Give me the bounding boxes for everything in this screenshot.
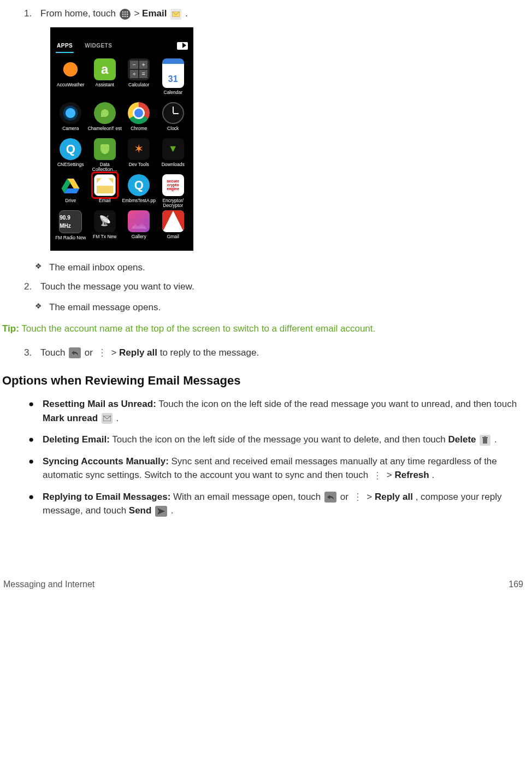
app-email-highlighted: Email <box>88 174 122 209</box>
app-clock: Clock <box>156 102 191 137</box>
opt3-heading: Syncing Accounts Manually: <box>43 456 169 466</box>
opt4-replyall: Reply all <box>375 492 413 502</box>
svg-point-8 <box>126 15 128 17</box>
bullet: ● <box>28 454 43 482</box>
bullet: ● <box>28 490 43 518</box>
tip-line: Tip: Touch the account name at the top o… <box>2 322 527 336</box>
phone-app-grid: AccuWeather aAssistant −+÷=Calculator 31… <box>50 55 193 247</box>
step-3-number: 3. <box>24 346 40 360</box>
result-2-text: The email message opens. <box>49 300 527 315</box>
diamond-bullet: ❖ <box>35 300 49 315</box>
result-1: ❖ The email inbox opens. <box>35 261 527 275</box>
app-fmradio: 90.9 MHzFM Radio New <box>54 210 88 246</box>
step-3-gt: > <box>111 347 119 358</box>
step-1-number: 1. <box>24 7 40 21</box>
overflow-menu-icon <box>372 470 383 481</box>
footer-page: 169 <box>509 578 523 591</box>
option-unread: ● Resetting Mail as Unread: Touch the ic… <box>28 397 527 425</box>
send-icon <box>155 506 167 517</box>
app-chameleontest: ChameleonT est <box>88 102 122 137</box>
phone-tabs: APPS WIDGETS <box>50 37 193 55</box>
mark-unread-icon <box>102 413 113 424</box>
email-icon <box>170 9 181 20</box>
svg-point-6 <box>122 15 123 17</box>
svg-point-2 <box>126 11 128 13</box>
phone-screenshot: APPS WIDGETS AccuWeather aAssistant −+÷=… <box>50 27 193 251</box>
opt2-period: . <box>494 434 497 445</box>
app-calendar: 31Calendar <box>156 58 191 101</box>
page-footer: Messaging and Internet 169 <box>2 578 527 591</box>
play-store-icon <box>177 42 188 50</box>
section-heading: Options when Reviewing Email Messages <box>2 371 527 389</box>
svg-rect-14 <box>102 352 103 353</box>
app-accuweather: AccuWeather <box>54 58 88 101</box>
opt1-heading: Resetting Mail as Unread: <box>43 399 156 409</box>
phone-status-bar <box>50 27 193 37</box>
svg-rect-17 <box>483 438 487 444</box>
svg-point-7 <box>124 15 126 17</box>
opt1-period: . <box>116 413 119 423</box>
app-calculator: −+÷=Calculator <box>122 58 156 101</box>
app-chrome: Chrome <box>122 102 156 137</box>
step-3: 3. Touch or > Reply all to reply to the … <box>24 346 527 360</box>
opt3-period: . <box>431 470 434 480</box>
step-3-body: Touch or > Reply all to reply to the mes… <box>40 346 527 360</box>
svg-point-3 <box>122 13 123 15</box>
opt2-del: Delete <box>448 434 476 445</box>
step-1-gt: > <box>134 8 142 19</box>
opt4-heading: Replying to Email Messages: <box>43 492 170 502</box>
app-datacollection: Data Collection… <box>88 138 122 173</box>
delete-icon <box>480 435 490 446</box>
diamond-bullet: ❖ <box>35 261 49 275</box>
svg-rect-21 <box>377 475 378 476</box>
opt3-gt: > <box>387 470 395 480</box>
step-3-t2: to reply to the message. <box>160 347 259 358</box>
svg-rect-15 <box>102 356 103 357</box>
app-devtools: Dev Tools <box>122 138 156 173</box>
apps-icon <box>120 9 131 20</box>
svg-rect-25 <box>357 500 358 501</box>
step-1-body: From home, touch > Email . <box>40 7 527 21</box>
app-downloads: Downloads <box>156 138 191 173</box>
svg-rect-13 <box>102 349 103 350</box>
step-2-number: 2. <box>24 280 40 294</box>
reply-icon <box>69 347 81 358</box>
step-1-text: From home, touch <box>40 8 119 19</box>
step-3-replyall: Reply all <box>119 347 157 358</box>
svg-rect-22 <box>377 478 378 480</box>
opt2-heading: Deleting Email: <box>43 434 110 445</box>
svg-rect-19 <box>484 436 486 437</box>
step-3-t1: Touch <box>40 347 68 358</box>
opt4-or: or <box>340 492 351 502</box>
app-encryptor: secure crypto engineEncryptor/ Decryptor <box>156 174 191 209</box>
app-cnesettings: QCNESettings <box>54 138 88 173</box>
step-2-text: Touch the message you want to view. <box>40 280 527 294</box>
opt2-t1: Touch the icon on the left side of the m… <box>112 434 448 445</box>
option-reply: ● Replying to Email Messages: With an em… <box>28 490 527 518</box>
step-1-period: . <box>185 8 188 19</box>
tip-label: Tip: <box>2 323 19 334</box>
step-3-or: or <box>85 347 96 358</box>
svg-rect-24 <box>357 497 358 498</box>
bullet: ● <box>28 433 43 447</box>
svg-point-4 <box>124 13 126 15</box>
opt4-send: Send <box>129 505 152 516</box>
step-1-email: Email <box>142 8 167 19</box>
app-camera: Camera <box>54 102 88 137</box>
svg-rect-18 <box>482 437 488 438</box>
option-sync: ● Syncing Accounts Manually: Sync sent a… <box>28 454 527 482</box>
tip-text: Touch the account name at the top of the… <box>21 323 375 334</box>
app-embmstestapp: QEmbmsTestA pp <box>122 174 156 209</box>
tab-apps: APPS <box>56 39 74 53</box>
app-drive: Drive <box>54 174 88 209</box>
footer-section: Messaging and Internet <box>3 578 94 591</box>
opt4-period: . <box>171 505 174 516</box>
svg-point-5 <box>126 13 128 15</box>
svg-point-1 <box>124 11 126 13</box>
bullet: ● <box>28 397 43 425</box>
svg-rect-20 <box>377 472 378 473</box>
result-2: ❖ The email message opens. <box>35 300 527 315</box>
overflow-menu-icon <box>352 492 363 503</box>
opt1-mark: Mark unread <box>43 413 98 423</box>
svg-point-0 <box>122 11 123 13</box>
